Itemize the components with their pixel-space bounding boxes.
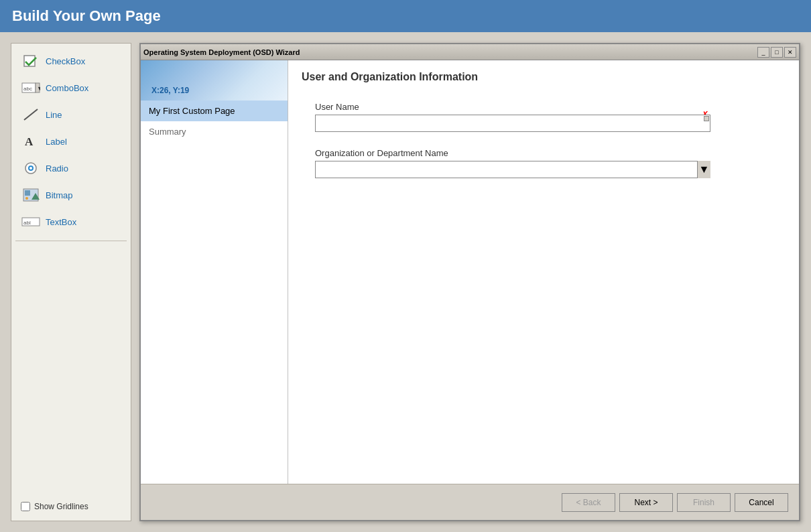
sidebar-item-custom-page[interactable]: My First Custom Page xyxy=(141,101,288,121)
wizard-window-controls: _ □ ✕ xyxy=(757,47,796,58)
orgname-field-group: Organization or Department Name ▼ xyxy=(315,148,772,178)
svg-point-13 xyxy=(25,197,28,200)
wizard-banner: X:26, Y:19 xyxy=(141,60,288,101)
svg-point-9 xyxy=(29,167,32,170)
sidebar-item-summary[interactable]: Summary xyxy=(141,121,288,142)
username-field-group: User Name ✗ xyxy=(315,102,772,132)
tool-item-checkbox[interactable]: CheckBox xyxy=(15,49,127,73)
textbox-icon: abl xyxy=(21,214,40,230)
wizard-main-header: User and Organization Information xyxy=(288,60,799,88)
wizard-footer: < Back Next > Finish Cancel xyxy=(141,484,799,520)
textbox-label: TextBox xyxy=(46,217,76,227)
tool-item-textbox[interactable]: abl TextBox xyxy=(15,210,127,234)
wizard-title: Operating System Deployment (OSD) Wizard xyxy=(143,48,300,56)
maximize-button[interactable]: □ xyxy=(771,47,783,58)
orgname-label: Organization or Department Name xyxy=(315,148,772,158)
svg-text:▼: ▼ xyxy=(37,85,40,92)
page-header: Build Your Own Page xyxy=(0,0,811,32)
line-icon xyxy=(21,107,40,123)
minimize-button[interactable]: _ xyxy=(757,47,769,58)
svg-line-5 xyxy=(24,109,38,120)
orgname-combobox-wrapper: ▼ xyxy=(315,161,710,178)
bitmap-label: Bitmap xyxy=(46,190,72,200)
svg-rect-11 xyxy=(25,190,30,196)
label-icon: A xyxy=(21,133,40,149)
wizard-content: X:26, Y:19 My First Custom Page Summary … xyxy=(141,60,799,484)
page-title: Build Your Own Page xyxy=(12,7,161,25)
label-label: Label xyxy=(46,137,67,147)
tool-item-combobox[interactable]: ▼ abc ComboBox xyxy=(15,76,127,100)
tool-item-label[interactable]: A Label xyxy=(15,129,127,153)
wizard-form-area: User Name ✗ Organization or Department N… xyxy=(288,88,799,484)
combobox-label: ComboBox xyxy=(46,83,88,93)
svg-text:abl: abl xyxy=(23,220,31,226)
tool-item-radio[interactable]: Radio xyxy=(15,156,127,180)
svg-text:A: A xyxy=(25,135,34,148)
checkbox-label: CheckBox xyxy=(46,56,85,66)
next-button[interactable]: Next > xyxy=(619,493,673,512)
wizard-window: Operating System Deployment (OSD) Wizard… xyxy=(139,43,800,521)
line-label: Line xyxy=(46,110,62,120)
radio-label: Radio xyxy=(46,163,68,174)
username-input[interactable] xyxy=(315,115,710,132)
cancel-button[interactable]: Cancel xyxy=(735,493,788,512)
back-button[interactable]: < Back xyxy=(562,493,615,512)
combobox-icon: ▼ abc xyxy=(21,80,40,96)
svg-text:abc: abc xyxy=(23,86,32,92)
wizard-main-title: User and Organization Information xyxy=(302,71,786,83)
finish-button[interactable]: Finish xyxy=(677,493,731,512)
tool-item-bitmap[interactable]: Bitmap xyxy=(15,183,127,207)
radio-icon xyxy=(21,160,40,176)
wizard-titlebar: Operating System Deployment (OSD) Wizard… xyxy=(141,44,799,60)
bitmap-icon xyxy=(21,187,40,203)
banner-coords: X:26, Y:19 xyxy=(151,86,189,95)
username-textbox-wrapper: ✗ xyxy=(315,115,710,132)
wizard-sidebar: X:26, Y:19 My First Custom Page Summary xyxy=(141,60,288,484)
close-button[interactable]: ✕ xyxy=(784,47,796,58)
username-resize-handle[interactable] xyxy=(704,116,709,121)
tool-item-line[interactable]: Line xyxy=(15,103,127,127)
show-gridlines-checkbox[interactable] xyxy=(21,502,30,511)
show-gridlines-row: Show Gridlines xyxy=(15,498,127,515)
orgname-combobox[interactable] xyxy=(315,161,710,178)
show-gridlines-label[interactable]: Show Gridlines xyxy=(34,502,88,511)
wizard-main: User and Organization Information User N… xyxy=(288,60,799,484)
toolbox-panel: CheckBox ▼ abc ComboBox Line xyxy=(11,43,131,521)
checkbox-icon xyxy=(21,53,40,69)
